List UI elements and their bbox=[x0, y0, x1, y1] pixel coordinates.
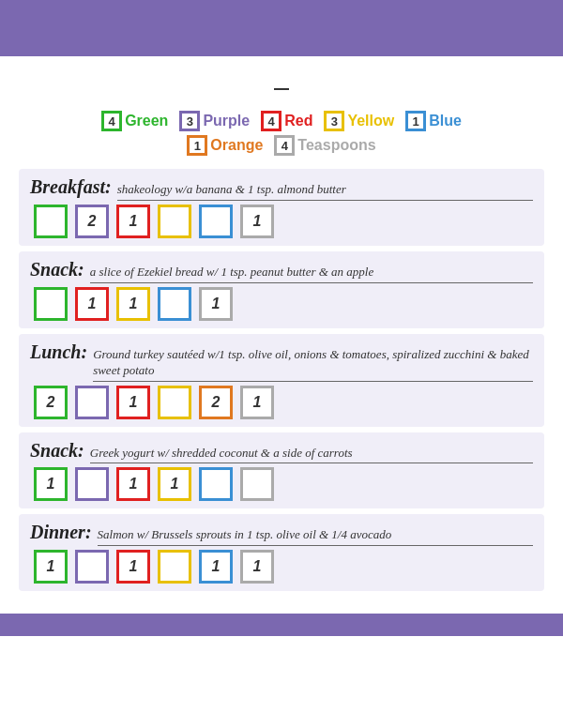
meal-box-2-0-green: 2 bbox=[34, 386, 68, 419]
meal-desc-0: shakeology w/a banana & 1 tsp. almond bu… bbox=[117, 182, 533, 201]
calorie-label bbox=[274, 71, 289, 95]
target-label-orange: Orange bbox=[210, 137, 263, 154]
meal-box-0-5-gray: 1 bbox=[240, 205, 274, 238]
meal-box-4-1-purple bbox=[75, 550, 109, 584]
meal-box-1-4-gray: 1 bbox=[199, 287, 233, 321]
meal-block-2: Lunch:Ground turkey sautéed w/1 tsp. oli… bbox=[19, 334, 544, 427]
meal-box-2-1-purple bbox=[75, 386, 109, 419]
target-item-yellow: 3 Yellow bbox=[324, 111, 394, 131]
meal-block-3: Snack:Greek yogurt w/ shredded coconut &… bbox=[19, 432, 544, 509]
meal-desc-2: Ground turkey sautéed w/1 tsp. olive oil… bbox=[93, 347, 533, 382]
target-label-yellow: Yellow bbox=[347, 113, 394, 129]
meal-block-0: Breakfast:shakeology w/a banana & 1 tsp.… bbox=[19, 169, 544, 246]
target-box-green: 4 bbox=[101, 111, 122, 131]
meal-header-0: Breakfast:shakeology w/a banana & 1 tsp.… bbox=[30, 176, 533, 201]
meal-box-0-0-green bbox=[34, 205, 68, 238]
meal-box-3-1-purple bbox=[75, 467, 109, 501]
meal-box-0-1-purple: 2 bbox=[75, 205, 109, 238]
meals-section: Breakfast:shakeology w/a banana & 1 tsp.… bbox=[0, 163, 563, 606]
target-item-purple: 3 Purple bbox=[179, 111, 250, 131]
target-box-orange: 1 bbox=[187, 135, 207, 156]
meal-header-1: Snack:a slice of Ezekiel bread w/ 1 tsp.… bbox=[30, 259, 533, 283]
footer-bar bbox=[0, 614, 563, 636]
meal-box-0-4-blue bbox=[199, 205, 233, 238]
target-box-yellow: 3 bbox=[324, 111, 344, 131]
meal-box-1-1-red: 1 bbox=[75, 287, 109, 321]
container-row-3: 111 bbox=[30, 467, 533, 501]
target-item-green: 4 Green bbox=[101, 111, 168, 131]
meal-box-3-4-blue bbox=[199, 467, 233, 501]
meal-title-4: Dinner: bbox=[30, 522, 92, 543]
meal-title-2: Lunch: bbox=[30, 341, 87, 363]
target-label-blue: Blue bbox=[429, 113, 462, 129]
meal-title-1: Snack: bbox=[30, 259, 84, 281]
meal-box-4-3-yellow bbox=[158, 550, 191, 584]
target-box-blue: 1 bbox=[405, 111, 426, 131]
calorie-section bbox=[0, 56, 563, 103]
meal-box-4-5-gray: 1 bbox=[240, 550, 274, 584]
meal-box-4-2-red: 1 bbox=[116, 550, 150, 584]
meal-box-2-5-gray: 1 bbox=[240, 386, 274, 419]
target-box-gray: 4 bbox=[274, 135, 295, 156]
page-title bbox=[19, 13, 544, 43]
target-box-red: 4 bbox=[261, 111, 282, 131]
target-item-orange: 1 Orange bbox=[187, 135, 263, 156]
meal-box-3-0-green: 1 bbox=[34, 467, 68, 501]
meal-header-2: Lunch:Ground turkey sautéed w/1 tsp. oli… bbox=[30, 341, 533, 382]
meal-block-1: Snack:a slice of Ezekiel bread w/ 1 tsp.… bbox=[19, 251, 544, 328]
meal-desc-3: Greek yogurt w/ shredded coconut & a sid… bbox=[90, 446, 533, 464]
meal-box-1-2-yellow: 1 bbox=[116, 287, 150, 321]
header-bar bbox=[0, 0, 563, 56]
meal-box-1-3-blue bbox=[158, 287, 191, 321]
container-row-4: 1111 bbox=[30, 550, 533, 584]
targets-row-1: 4 Green 3 Purple 4 Red 3 Yellow 1 Blue bbox=[19, 111, 544, 131]
targets-row-2: 1 Orange 4 Teaspoons bbox=[19, 135, 544, 156]
meal-box-1-0-green bbox=[34, 287, 68, 321]
target-box-purple: 3 bbox=[179, 111, 200, 131]
target-item-gray: 4 Teaspoons bbox=[274, 135, 375, 156]
meal-box-3-3-yellow: 1 bbox=[158, 467, 191, 501]
calorie-value bbox=[274, 88, 289, 90]
container-row-1: 111 bbox=[30, 287, 533, 321]
container-row-2: 2121 bbox=[30, 386, 533, 419]
meal-block-4: Dinner:Salmon w/ Brussels sprouts in 1 t… bbox=[19, 514, 544, 591]
meal-desc-4: Salmon w/ Brussels sprouts in 1 tsp. oli… bbox=[98, 527, 533, 546]
meal-title-0: Breakfast: bbox=[30, 176, 112, 198]
meal-box-4-0-green: 1 bbox=[34, 550, 68, 584]
meal-header-3: Snack:Greek yogurt w/ shredded coconut &… bbox=[30, 440, 533, 464]
container-row-0: 211 bbox=[30, 205, 533, 238]
target-label-purple: Purple bbox=[203, 113, 250, 129]
targets-section: 4 Green 3 Purple 4 Red 3 Yellow 1 Blue 1… bbox=[0, 103, 563, 163]
meal-box-0-3-yellow bbox=[158, 205, 191, 238]
target-label-gray: Teaspoons bbox=[297, 137, 375, 154]
meal-box-2-2-red: 1 bbox=[116, 386, 150, 419]
meal-title-3: Snack: bbox=[30, 440, 84, 462]
meal-box-3-2-red: 1 bbox=[116, 467, 150, 501]
target-label-red: Red bbox=[284, 113, 312, 129]
target-item-red: 4 Red bbox=[261, 111, 312, 131]
meal-box-2-3-yellow bbox=[158, 386, 191, 419]
meal-header-4: Dinner:Salmon w/ Brussels sprouts in 1 t… bbox=[30, 522, 533, 546]
meal-box-2-4-orange: 2 bbox=[199, 386, 233, 419]
meal-box-4-4-blue: 1 bbox=[199, 550, 233, 584]
meal-box-3-5-gray bbox=[240, 467, 274, 501]
target-label-green: Green bbox=[125, 113, 168, 129]
meal-desc-1: a slice of Ezekiel bread w/ 1 tsp. peanu… bbox=[90, 265, 533, 283]
target-item-blue: 1 Blue bbox=[405, 111, 462, 131]
meal-box-0-2-red: 1 bbox=[116, 205, 150, 238]
